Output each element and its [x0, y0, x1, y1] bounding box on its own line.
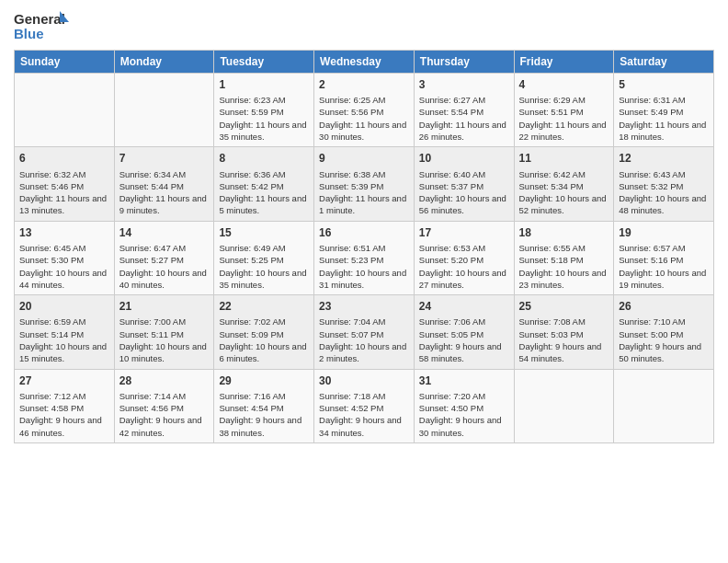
- calendar-header-row: SundayMondayTuesdayWednesdayThursdayFrid…: [15, 51, 714, 74]
- day-info: Sunrise: 6:25 AM Sunset: 5:56 PM Dayligh…: [319, 94, 409, 143]
- day-number: 18: [519, 225, 609, 240]
- day-info: Sunrise: 6:47 AM Sunset: 5:27 PM Dayligh…: [119, 242, 210, 291]
- day-info: Sunrise: 7:08 AM Sunset: 5:03 PM Dayligh…: [519, 316, 609, 364]
- col-header-monday: Monday: [114, 51, 214, 74]
- day-info: Sunrise: 7:02 AM Sunset: 5:09 PM Dayligh…: [219, 316, 309, 364]
- calendar-cell: 17Sunrise: 6:53 AM Sunset: 5:20 PM Dayli…: [414, 221, 514, 294]
- calendar-table: SundayMondayTuesdayWednesdayThursdayFrid…: [14, 50, 714, 443]
- day-info: Sunrise: 6:36 AM Sunset: 5:42 PM Dayligh…: [219, 168, 309, 217]
- day-info: Sunrise: 6:51 AM Sunset: 5:23 PM Dayligh…: [319, 242, 409, 291]
- day-info: Sunrise: 7:04 AM Sunset: 5:07 PM Dayligh…: [319, 316, 409, 364]
- calendar-cell: 15Sunrise: 6:49 AM Sunset: 5:25 PM Dayli…: [214, 221, 314, 294]
- day-info: Sunrise: 6:42 AM Sunset: 5:34 PM Dayligh…: [519, 168, 609, 217]
- day-info: Sunrise: 6:57 AM Sunset: 5:16 PM Dayligh…: [619, 242, 709, 291]
- calendar-week-row: 1Sunrise: 6:23 AM Sunset: 5:59 PM Daylig…: [15, 74, 714, 147]
- day-number: 28: [119, 373, 210, 388]
- day-number: 10: [419, 151, 509, 166]
- day-info: Sunrise: 7:00 AM Sunset: 5:11 PM Dayligh…: [119, 316, 210, 364]
- day-number: 14: [119, 225, 210, 240]
- day-number: 6: [19, 151, 109, 166]
- calendar-cell: 9Sunrise: 6:38 AM Sunset: 5:39 PM Daylig…: [314, 147, 415, 221]
- day-number: 7: [119, 151, 210, 166]
- calendar-cell: 10Sunrise: 6:40 AM Sunset: 5:37 PM Dayli…: [414, 147, 514, 221]
- calendar-cell: 20Sunrise: 6:59 AM Sunset: 5:14 PM Dayli…: [15, 295, 115, 369]
- calendar-week-row: 27Sunrise: 7:12 AM Sunset: 4:58 PM Dayli…: [15, 369, 714, 442]
- day-number: 4: [519, 77, 609, 92]
- calendar-week-row: 20Sunrise: 6:59 AM Sunset: 5:14 PM Dayli…: [15, 295, 714, 369]
- col-header-saturday: Saturday: [614, 51, 714, 74]
- logo: GeneralBlue: [14, 9, 69, 42]
- header: GeneralBlue: [14, 9, 714, 42]
- col-header-sunday: Sunday: [15, 51, 115, 74]
- col-header-friday: Friday: [514, 51, 614, 74]
- calendar-cell: 2Sunrise: 6:25 AM Sunset: 5:56 PM Daylig…: [314, 74, 415, 147]
- calendar-cell: 12Sunrise: 6:43 AM Sunset: 5:32 PM Dayli…: [614, 147, 714, 221]
- day-number: 26: [619, 299, 709, 314]
- calendar-cell: [614, 369, 714, 442]
- calendar-cell: 23Sunrise: 7:04 AM Sunset: 5:07 PM Dayli…: [314, 295, 415, 369]
- calendar-cell: [514, 369, 614, 442]
- calendar-week-row: 13Sunrise: 6:45 AM Sunset: 5:30 PM Dayli…: [15, 221, 714, 294]
- calendar-cell: 28Sunrise: 7:14 AM Sunset: 4:56 PM Dayli…: [114, 369, 214, 442]
- calendar-cell: [114, 74, 214, 147]
- day-info: Sunrise: 6:55 AM Sunset: 5:18 PM Dayligh…: [519, 242, 609, 291]
- calendar-cell: 25Sunrise: 7:08 AM Sunset: 5:03 PM Dayli…: [514, 295, 614, 369]
- day-number: 15: [219, 225, 309, 240]
- calendar-cell: 1Sunrise: 6:23 AM Sunset: 5:59 PM Daylig…: [214, 74, 314, 147]
- svg-text:Blue: Blue: [14, 26, 44, 41]
- day-info: Sunrise: 6:40 AM Sunset: 5:37 PM Dayligh…: [419, 168, 509, 217]
- calendar-cell: 30Sunrise: 7:18 AM Sunset: 4:52 PM Dayli…: [314, 369, 415, 442]
- day-number: 29: [219, 373, 309, 388]
- day-number: 8: [219, 151, 309, 166]
- day-info: Sunrise: 7:20 AM Sunset: 4:50 PM Dayligh…: [419, 390, 509, 439]
- svg-text:General: General: [14, 11, 65, 27]
- calendar-cell: 3Sunrise: 6:27 AM Sunset: 5:54 PM Daylig…: [414, 74, 514, 147]
- calendar-cell: 21Sunrise: 7:00 AM Sunset: 5:11 PM Dayli…: [114, 295, 214, 369]
- day-info: Sunrise: 6:34 AM Sunset: 5:44 PM Dayligh…: [119, 168, 210, 217]
- calendar-cell: 31Sunrise: 7:20 AM Sunset: 4:50 PM Dayli…: [414, 369, 514, 442]
- day-number: 30: [319, 373, 409, 388]
- day-number: 16: [319, 225, 409, 240]
- calendar-cell: 16Sunrise: 6:51 AM Sunset: 5:23 PM Dayli…: [314, 221, 415, 294]
- calendar-cell: 5Sunrise: 6:31 AM Sunset: 5:49 PM Daylig…: [614, 74, 714, 147]
- calendar-cell: 18Sunrise: 6:55 AM Sunset: 5:18 PM Dayli…: [514, 221, 614, 294]
- calendar-cell: 8Sunrise: 6:36 AM Sunset: 5:42 PM Daylig…: [214, 147, 314, 221]
- day-info: Sunrise: 7:16 AM Sunset: 4:54 PM Dayligh…: [219, 390, 309, 439]
- day-info: Sunrise: 6:59 AM Sunset: 5:14 PM Dayligh…: [19, 316, 109, 364]
- day-info: Sunrise: 7:12 AM Sunset: 4:58 PM Dayligh…: [19, 390, 109, 439]
- day-info: Sunrise: 6:38 AM Sunset: 5:39 PM Dayligh…: [319, 168, 409, 217]
- day-number: 17: [419, 225, 509, 240]
- day-info: Sunrise: 6:27 AM Sunset: 5:54 PM Dayligh…: [419, 94, 509, 143]
- day-number: 31: [419, 373, 509, 388]
- calendar-cell: 26Sunrise: 7:10 AM Sunset: 5:00 PM Dayli…: [614, 295, 714, 369]
- page: GeneralBlue SundayMondayTuesdayWednesday…: [0, 0, 728, 563]
- day-number: 1: [219, 77, 309, 92]
- day-info: Sunrise: 7:10 AM Sunset: 5:00 PM Dayligh…: [619, 316, 709, 364]
- logo-svg: GeneralBlue: [14, 9, 69, 42]
- day-info: Sunrise: 6:31 AM Sunset: 5:49 PM Dayligh…: [619, 94, 709, 143]
- day-number: 12: [619, 151, 709, 166]
- day-info: Sunrise: 6:43 AM Sunset: 5:32 PM Dayligh…: [619, 168, 709, 217]
- day-number: 21: [119, 299, 210, 314]
- calendar-cell: 27Sunrise: 7:12 AM Sunset: 4:58 PM Dayli…: [15, 369, 115, 442]
- calendar-cell: 19Sunrise: 6:57 AM Sunset: 5:16 PM Dayli…: [614, 221, 714, 294]
- day-info: Sunrise: 7:14 AM Sunset: 4:56 PM Dayligh…: [119, 390, 210, 439]
- day-info: Sunrise: 6:49 AM Sunset: 5:25 PM Dayligh…: [219, 242, 309, 291]
- day-info: Sunrise: 7:06 AM Sunset: 5:05 PM Dayligh…: [419, 316, 509, 364]
- calendar-cell: 24Sunrise: 7:06 AM Sunset: 5:05 PM Dayli…: [414, 295, 514, 369]
- calendar-week-row: 6Sunrise: 6:32 AM Sunset: 5:46 PM Daylig…: [15, 147, 714, 221]
- calendar-cell: 22Sunrise: 7:02 AM Sunset: 5:09 PM Dayli…: [214, 295, 314, 369]
- day-number: 2: [319, 77, 409, 92]
- calendar-cell: 29Sunrise: 7:16 AM Sunset: 4:54 PM Dayli…: [214, 369, 314, 442]
- day-number: 11: [519, 151, 609, 166]
- day-number: 3: [419, 77, 509, 92]
- calendar-cell: 7Sunrise: 6:34 AM Sunset: 5:44 PM Daylig…: [114, 147, 214, 221]
- day-number: 19: [619, 225, 709, 240]
- day-info: Sunrise: 6:53 AM Sunset: 5:20 PM Dayligh…: [419, 242, 509, 291]
- calendar-cell: [15, 74, 115, 147]
- calendar-cell: 14Sunrise: 6:47 AM Sunset: 5:27 PM Dayli…: [114, 221, 214, 294]
- day-info: Sunrise: 7:18 AM Sunset: 4:52 PM Dayligh…: [319, 390, 409, 439]
- calendar-cell: 6Sunrise: 6:32 AM Sunset: 5:46 PM Daylig…: [15, 147, 115, 221]
- day-number: 23: [319, 299, 409, 314]
- calendar-cell: 11Sunrise: 6:42 AM Sunset: 5:34 PM Dayli…: [514, 147, 614, 221]
